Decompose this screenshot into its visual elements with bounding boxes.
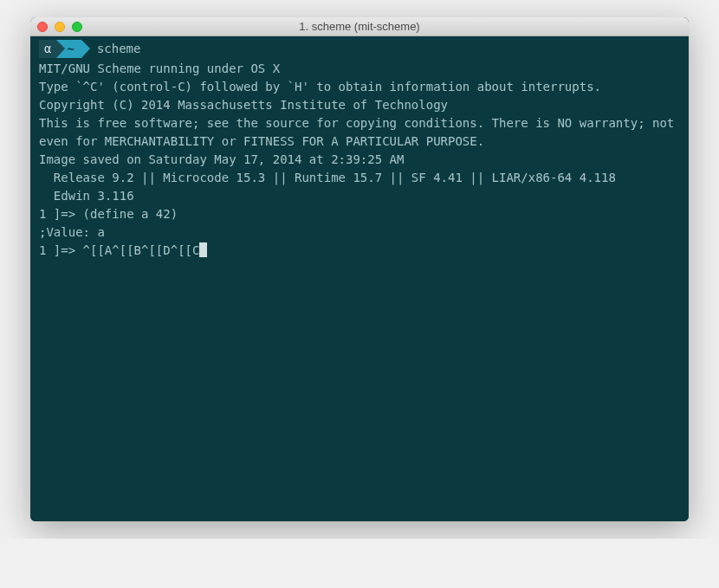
output-line: Type `^C' (control-C) followed by `H' to… — [39, 78, 680, 96]
output-line: Release 9.2 || Microcode 15.3 || Runtime… — [39, 169, 680, 187]
prompt-command: scheme — [81, 40, 141, 58]
titlebar: 1. scheme (mit-scheme) — [30, 17, 689, 36]
prompt-path: ~ — [56, 40, 81, 58]
window-title: 1. scheme (mit-scheme) — [30, 20, 689, 33]
prompt-host: α — [39, 40, 56, 58]
output-line: Image saved on Saturday May 17, 2014 at … — [39, 151, 680, 169]
terminal-window: 1. scheme (mit-scheme) α ~ scheme MIT/GN… — [30, 17, 689, 521]
repl-input-line: 1 ]=> (define a 42) — [39, 205, 680, 223]
zoom-icon[interactable] — [72, 22, 82, 32]
repl-current-line: 1 ]=> ^[[A^[[B^[[D^[[C — [39, 242, 680, 260]
repl-current-text: 1 ]=> ^[[A^[[B^[[D^[[C — [39, 243, 199, 257]
traffic-lights — [37, 22, 82, 32]
close-icon[interactable] — [37, 22, 48, 32]
terminal-body[interactable]: α ~ scheme MIT/GNU Scheme running under … — [30, 36, 689, 521]
cursor-icon — [199, 242, 207, 257]
minimize-icon[interactable] — [55, 22, 65, 32]
output-line: Copyright (C) 2014 Massachusetts Institu… — [39, 96, 680, 114]
output-line: MIT/GNU Scheme running under OS X — [39, 60, 680, 78]
output-line: Edwin 3.116 — [39, 187, 680, 205]
shell-prompt: α ~ scheme — [39, 40, 680, 58]
output-line: This is free software; see the source fo… — [39, 114, 680, 151]
repl-value-line: ;Value: a — [39, 223, 680, 242]
